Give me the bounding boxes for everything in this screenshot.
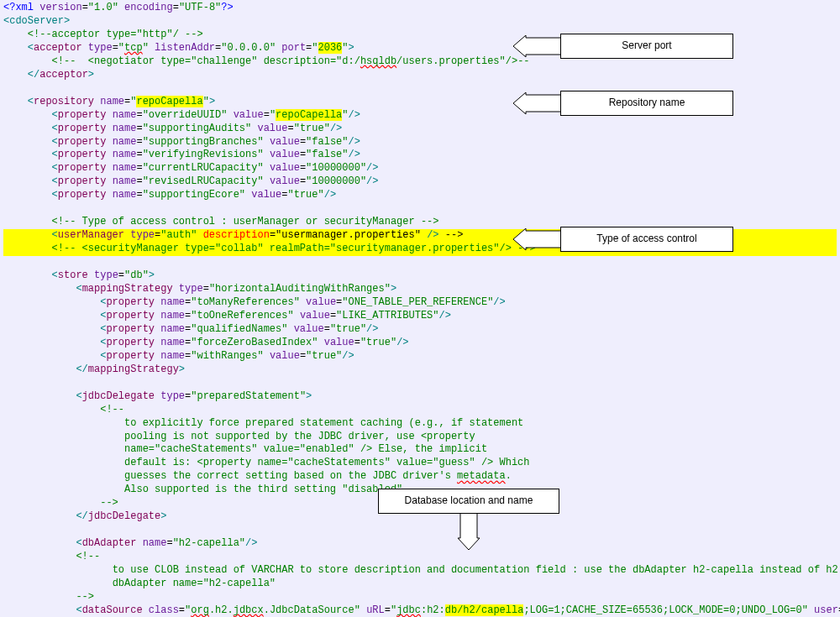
xml-code-viewer: Server port Repository name Type of acce… [0,0,840,617]
callout-repo-name: Repository name [512,91,733,116]
code-line: to use CLOB instead of VARCHAR to store … [3,564,837,578]
code-line: </mappingStrategy> [3,363,837,377]
callout-db-location: Database location and name [378,489,559,551]
callout-label: Database location and name [378,489,559,514]
code-line: <store type="db"> [3,269,837,283]
arrow-left-icon [512,228,561,250]
code-line: <property name="toOneReferences" value="… [3,310,837,323]
code-line: <property name="revisedLRUCapacity" valu… [3,175,837,189]
code-line: guesses the correct setting based on the… [3,470,837,484]
code-line: <!-- [3,551,837,564]
code-line: <!-- [3,404,837,417]
code-line: <property name="verifyingRevisions" valu… [3,149,837,162]
arrow-down-icon [458,514,480,551]
code-line: default is: <property name="cacheStateme… [3,457,837,470]
code-line: <property name="withRanges" value="true"… [3,350,837,363]
arrow-left-icon [512,92,561,114]
code-line: <property name="forceZeroBasedIndex" val… [3,337,837,350]
code-line-datasource: <dataSource class="org.h2.jdbcx.JdbcData… [3,604,837,617]
code-line: <property name="currentLRUCapacity" valu… [3,162,837,175]
callout-label: Server port [560,34,733,59]
code-line: to explicitly force prepared statement c… [3,417,837,431]
code-line: name="cacheStatements" value="enabled" /… [3,443,837,457]
code-line: <jdbcDelegate type="preparedStatement"> [3,390,837,404]
code-line: <property name="qualifiedNames" value="t… [3,323,837,337]
code-line: --> [3,591,837,604]
code-line: pooling is not supported by the JDBC dri… [3,431,837,444]
arrow-left-icon [512,35,561,57]
code-line: <property name="supportingBranches" valu… [3,136,837,149]
code-line: dbAdapter name="h2-capella" [3,578,837,591]
callout-label: Repository name [560,91,733,116]
callout-server-port: Server port [512,34,733,59]
code-line: <cdoServer> [3,15,837,29]
code-line: <property name="toManyReferences" value=… [3,296,837,310]
code-line: <mappingStrategy type="horizontalAuditin… [3,283,837,296]
code-line: <property name="supportingAudits" value=… [3,123,837,136]
code-line: </acceptor> [3,69,837,82]
callout-label: Type of access control [560,227,733,252]
code-line: <property name="supportingEcore" value="… [3,189,837,202]
callout-access: Type of access control [512,227,733,252]
code-line: <?xml version="1.0" encoding="UTF-8"?> [3,2,837,15]
